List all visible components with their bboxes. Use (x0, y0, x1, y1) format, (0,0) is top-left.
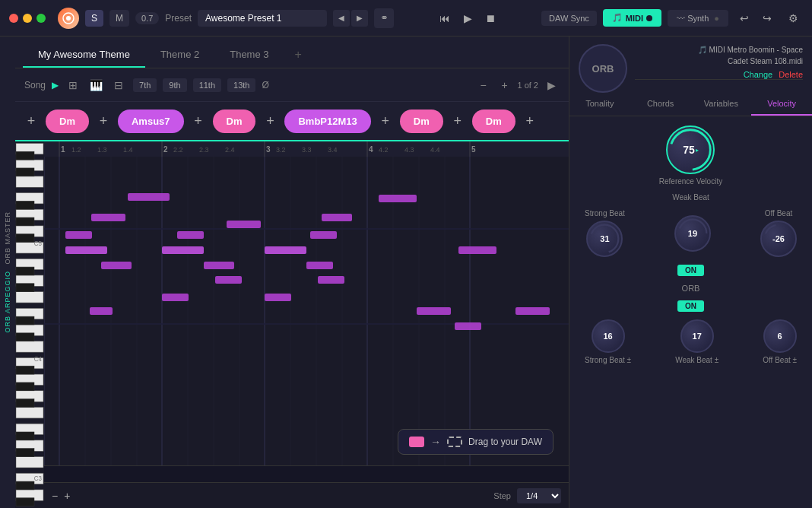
eleventh-button[interactable]: 11th (193, 78, 221, 92)
ninth-button[interactable]: 9th (163, 78, 186, 92)
chord-add-end-button[interactable]: + (520, 111, 540, 131)
preset-prev-button[interactable]: ◀ (333, 10, 350, 27)
drag-target-icon (447, 437, 462, 447)
chord-pill-5[interactable]: Dm (472, 110, 515, 133)
synth-indicator: ● (714, 14, 719, 23)
page-next-button[interactable]: ▶ (543, 77, 560, 94)
svg-text:4.4: 4.4 (430, 146, 440, 154)
s-button[interactable]: S (85, 10, 103, 27)
svg-rect-37 (16, 432, 34, 440)
svg-rect-94 (310, 231, 337, 239)
chord-strip: + Dm + Amsus7 + Dm + BmbP12M13 + Dm + Dm… (15, 102, 569, 141)
file-info: 🎵 MIDI Metro Boomin - Space Cadet Steam … (635, 44, 803, 80)
svg-text:1.4: 1.4 (123, 146, 133, 154)
strong-beat-knob[interactable]: 31 (586, 221, 623, 257)
off-beat-pm-label: Off Beat ± (763, 356, 797, 364)
m-button[interactable]: M (109, 10, 129, 27)
chord-add-3-button[interactable]: + (260, 111, 280, 131)
chord-add-start-button[interactable]: + (21, 111, 41, 131)
change-file-button[interactable]: Change (744, 70, 773, 79)
minimize-button[interactable] (23, 14, 32, 23)
bottom-controls: − + Step 1/4 1/8 1/16 (44, 482, 569, 508)
chord-add-5-button[interactable]: + (448, 111, 468, 131)
svg-text:3.2: 3.2 (276, 146, 286, 154)
orb-master-label[interactable]: ORB MASTER (4, 208, 11, 268)
tab-theme1[interactable]: My Awesome Theme (23, 43, 145, 68)
reference-velocity-knob[interactable]: 75 ▸ (666, 125, 715, 174)
page-minus-button[interactable]: − (474, 77, 491, 94)
strong-beat-label: Strong Beat (585, 209, 625, 217)
version-badge: 0.7 (135, 12, 159, 24)
on-badge-1[interactable]: ON (677, 265, 704, 276)
orb-arpeggio-label[interactable]: ORB ARPEGGIO (4, 268, 11, 336)
step-label: Step (493, 491, 511, 500)
song-piano-button[interactable]: 🎹 (87, 77, 104, 94)
piano-roll-container: C5 C4 C3 1 2 (15, 141, 569, 508)
zoom-minus-button[interactable]: − (52, 490, 58, 502)
chord-symbol-button[interactable]: Ø (262, 80, 268, 90)
weak-beat-pm-knob[interactable]: 17 (680, 319, 714, 353)
step-select[interactable]: 1/4 1/8 1/16 (517, 488, 561, 503)
tab-chords[interactable]: Chords (630, 93, 691, 116)
transport-play-button[interactable]: ▶ (458, 9, 477, 27)
svg-rect-25 (16, 151, 34, 160)
center-content: My Awesome Theme Theme 2 Theme 3 + Song … (15, 37, 569, 508)
midi-button[interactable]: 🎵 MIDI (603, 9, 661, 27)
synth-button[interactable]: 〰 Synth ● (668, 10, 728, 27)
song-layout-button[interactable]: ⊟ (110, 77, 127, 94)
tab-theme2[interactable]: Theme 2 (145, 43, 214, 68)
strong-beat-pm-knob[interactable]: 16 (592, 319, 625, 353)
weak-beat-knob[interactable]: 19 (674, 215, 711, 252)
daw-sync-button[interactable]: DAW Sync (541, 11, 597, 26)
svg-rect-26 (16, 168, 34, 176)
chord-pill-1[interactable]: Amsus7 (118, 110, 184, 133)
chord-add-2-button[interactable]: + (189, 111, 208, 131)
thirteenth-button[interactable]: 13th (227, 78, 255, 92)
grid-area[interactable]: 1 2 3 4 5 (44, 141, 569, 508)
song-play-button[interactable]: ▶ (52, 80, 59, 90)
drag-to-daw-tooltip[interactable]: → Drag to your DAW (398, 429, 553, 455)
transport-rewind-button[interactable]: ⏮ (436, 9, 454, 27)
reference-velocity-label: Reference Velocity (659, 177, 722, 186)
orb-button[interactable]: ORB (579, 44, 627, 93)
on-badge-2[interactable]: ON (677, 300, 704, 312)
tab-variables[interactable]: Variables (691, 93, 752, 116)
beat-knobs-row: Strong Beat 31 19 (579, 209, 803, 257)
chord-add-4-button[interactable]: + (376, 111, 395, 131)
page-plus-button[interactable]: + (496, 77, 512, 94)
link-button[interactable]: ⚭ (374, 8, 394, 28)
weak-beat-value: 19 (688, 229, 697, 238)
svg-rect-102 (215, 276, 242, 284)
chord-pill-3[interactable]: BmbP12M13 (284, 110, 370, 133)
delete-file-button[interactable]: Delete (779, 70, 803, 79)
add-tab-button[interactable]: + (284, 42, 312, 68)
svg-text:4.3: 4.3 (404, 146, 414, 154)
transport-stop-button[interactable]: ⏹ (481, 9, 500, 27)
close-button[interactable] (9, 14, 18, 23)
tab-velocity[interactable]: Velocity (751, 93, 812, 116)
svg-rect-19 (16, 407, 43, 418)
preset-next-button[interactable]: ▶ (351, 10, 368, 27)
maximize-button[interactable] (36, 14, 46, 23)
chord-add-1-button[interactable]: + (94, 111, 113, 131)
song-grid-button[interactable]: ⊞ (65, 77, 81, 94)
settings-button[interactable]: ⚙ (783, 8, 803, 28)
off-beat-pm-knob[interactable]: 6 (763, 319, 797, 353)
preset-nav: ◀ ▶ (333, 10, 368, 27)
redo-button[interactable]: ↪ (757, 8, 777, 28)
seventh-button[interactable]: 7th (133, 78, 157, 92)
chord-pill-2[interactable]: Dm (213, 110, 256, 133)
weak-beat-pm-label: Weak Beat ± (675, 356, 718, 364)
logo-icon[interactable] (58, 8, 79, 29)
tab-theme3[interactable]: Theme 3 (214, 43, 284, 68)
undo-button[interactable]: ↩ (734, 8, 754, 28)
preset-name-input[interactable] (198, 10, 327, 27)
zoom-plus-button[interactable]: + (64, 490, 70, 502)
off-beat-knob[interactable]: -26 (760, 221, 797, 257)
chord-pill-0[interactable]: Dm (46, 110, 89, 133)
svg-rect-101 (306, 262, 333, 269)
tab-tonality[interactable]: Tonality (569, 93, 630, 116)
svg-rect-92 (65, 231, 92, 239)
svg-rect-36 (16, 399, 34, 408)
chord-pill-4[interactable]: Dm (400, 110, 443, 133)
